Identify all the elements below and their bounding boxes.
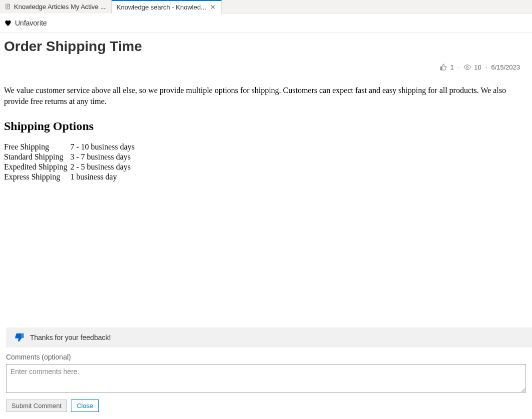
thumbs-up-icon — [440, 64, 447, 71]
thumbs-down-icon — [14, 332, 25, 343]
option-duration: 3 - 7 business days — [70, 152, 138, 162]
option-name: Expedited Shipping — [4, 162, 70, 172]
option-duration: 7 - 10 business days — [70, 142, 138, 152]
article-intro: We value customer service above all else… — [4, 85, 528, 106]
document-icon — [5, 4, 11, 10]
comments-input[interactable] — [6, 364, 526, 393]
tab-label: Knowledge Articles My Active ... — [14, 3, 106, 10]
shipping-options-table: Free Shipping7 - 10 business days Standa… — [4, 142, 138, 182]
option-name: Free Shipping — [4, 142, 70, 152]
article-date: 6/15/2023 — [491, 64, 520, 71]
option-name: Express Shipping — [4, 172, 70, 182]
comments-section: Comments (optional) Submit Comment Close — [6, 353, 526, 412]
tab-knowledge-search[interactable]: Knowledge search - Knowled... — [111, 0, 222, 14]
section-heading: Shipping Options — [4, 120, 528, 133]
table-row: Express Shipping1 business day — [4, 172, 138, 182]
separator: · — [485, 64, 489, 71]
option-name: Standard Shipping — [4, 152, 70, 162]
feedback-message: Thanks for your feedback! — [30, 334, 111, 342]
table-row: Standard Shipping3 - 7 business days — [4, 152, 138, 162]
eye-icon — [464, 64, 471, 71]
views-count: 10 — [474, 64, 481, 71]
page-title: Order Shipping Time — [4, 38, 528, 54]
separator: · — [457, 64, 461, 71]
button-row: Submit Comment Close — [6, 400, 526, 412]
unfavorite-button[interactable]: Unfavorite — [15, 19, 47, 27]
article-content: Order Shipping Time 1 · 10 · 6/15/2023 W… — [0, 32, 532, 182]
tab-knowledge-articles[interactable]: Knowledge Articles My Active ... — [0, 0, 111, 14]
likes-count: 1 — [450, 64, 454, 71]
close-button[interactable]: Close — [71, 400, 98, 412]
close-icon[interactable] — [209, 4, 216, 10]
table-row: Expedited Shipping2 - 5 business days — [4, 162, 138, 172]
article-meta: 1 · 10 · 6/15/2023 — [4, 64, 528, 71]
heart-icon — [4, 19, 12, 27]
tab-bar: Knowledge Articles My Active ... Knowled… — [0, 0, 532, 14]
option-duration: 2 - 5 business days — [70, 162, 138, 172]
svg-point-6 — [467, 66, 469, 68]
tab-label: Knowledge search - Knowled... — [117, 4, 206, 11]
feedback-bar: Thanks for your feedback! — [6, 328, 532, 348]
toolbar: Unfavorite — [0, 14, 532, 32]
option-duration: 1 business day — [70, 172, 138, 182]
table-row: Free Shipping7 - 10 business days — [4, 142, 138, 152]
submit-comment-button[interactable]: Submit Comment — [6, 400, 67, 412]
comments-label: Comments (optional) — [6, 353, 526, 361]
